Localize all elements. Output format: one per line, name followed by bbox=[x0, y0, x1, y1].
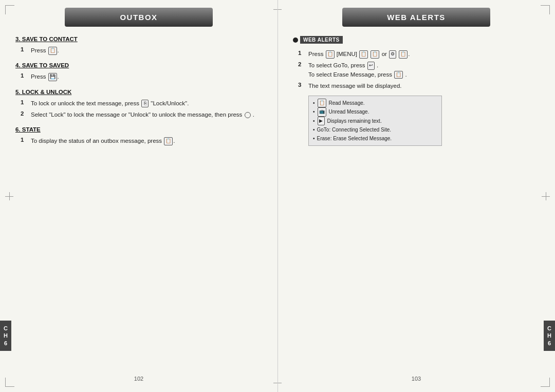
legend-text-4: GoTo: Connecting Selected Site. bbox=[317, 125, 392, 134]
web-alerts-badge: WEB ALERTS bbox=[293, 36, 343, 44]
step-number: 2 bbox=[21, 110, 28, 117]
legend-bullet-2: • bbox=[313, 107, 315, 116]
step-number: 1 bbox=[21, 99, 28, 105]
step-content: To lock or unlock the text message, pres… bbox=[31, 99, 262, 108]
legend-item-3: • ▶ Displays remaining text. bbox=[313, 117, 437, 125]
state-icon: 📋 bbox=[164, 137, 173, 145]
step-content: Press 📋 [MENU] 📋 📋 or ⚙ 📋. bbox=[308, 50, 540, 59]
step-content: Press 💾. bbox=[31, 72, 262, 81]
legend-bullet-5: • bbox=[313, 134, 315, 143]
legend-bullet-1: • bbox=[313, 99, 315, 107]
step-item-state: 1 To display the status of an outbox mes… bbox=[21, 137, 262, 145]
menu-icon-wa1: 📋 bbox=[359, 50, 368, 59]
legend-icon-3: ▶ bbox=[318, 117, 325, 125]
page-number-right: 103 bbox=[412, 376, 421, 382]
web-alerts-label: WEB ALERTS bbox=[300, 36, 343, 44]
erase-icon: 📋 bbox=[394, 71, 403, 79]
step-item: 1 Press 💾. bbox=[21, 72, 262, 81]
step-item-wa-1: 1 Press 📋 [MENU] 📋 📋 or ⚙ 📋. bbox=[298, 50, 540, 59]
step-number: 1 bbox=[21, 46, 28, 52]
sub-step: To select Erase Message, press 📋 . bbox=[308, 71, 407, 78]
step-item-lock-2: 2 Select "Lock" to lock the message or "… bbox=[21, 110, 262, 119]
press-icon-contact: 📋 bbox=[48, 47, 57, 55]
step-item-wa-2: 2 To select GoTo, press ↩ . To select Er… bbox=[298, 61, 540, 79]
legend-text-2: Unread Message. bbox=[329, 107, 369, 116]
page-container: OUTBOX 3. SAVE TO CONTACT 1 Press 📋. 4. … bbox=[0, 0, 555, 392]
right-page-header: WEB ALERTS bbox=[342, 8, 490, 27]
legend-text-5: Erase: Erase Selected Message. bbox=[317, 134, 392, 143]
settings-icon-wa: ⚙ bbox=[389, 50, 396, 59]
left-page-title: OUTBOX bbox=[65, 8, 213, 27]
menu-icon-wa2: 📋 bbox=[371, 50, 379, 59]
goto-icon: ↩ bbox=[367, 62, 375, 70]
legend-icon-1: 📋 bbox=[318, 99, 326, 107]
step-content: Select "Lock" to lock the message or "Un… bbox=[31, 110, 262, 119]
section-lock-unlock: 5. LOCK & UNLOCK bbox=[15, 89, 262, 95]
chapter-tab-left: C H 6 bbox=[0, 321, 11, 351]
step-number: 1 bbox=[21, 72, 28, 79]
right-page: WEB ALERTS WEB ALERTS 1 Press 📋 [MENU] 📋… bbox=[278, 0, 555, 392]
step-content: To select GoTo, press ↩ . To select Eras… bbox=[308, 61, 540, 79]
section-save-to-saved: 4. SAVE TO SAVED bbox=[15, 62, 262, 68]
legend-item-1: • 📋 Read Message. bbox=[313, 99, 437, 107]
left-page-header: OUTBOX bbox=[65, 8, 213, 27]
step-item-lock-1: 1 To lock or unlock the text message, pr… bbox=[21, 99, 262, 108]
press-icon-wa1: 📋 bbox=[326, 50, 335, 59]
step-content: Press 📋. bbox=[31, 46, 262, 55]
page-number-left: 102 bbox=[134, 376, 143, 382]
step-content: To display the status of an outbox messa… bbox=[31, 137, 262, 145]
lock-icon: ⎘ bbox=[141, 100, 149, 108]
state-steps: 1 To display the status of an outbox mes… bbox=[21, 137, 262, 145]
section-state: 6. STATE bbox=[15, 126, 262, 133]
chapter-tab-right: CH6 bbox=[544, 321, 555, 351]
press-icon-wa2: 📋 bbox=[399, 50, 408, 59]
step-item-wa-3: 3 The text message will be displayed. bbox=[298, 82, 540, 90]
press-icon-saved: 💾 bbox=[48, 73, 57, 81]
right-page-title: WEB ALERTS bbox=[342, 8, 490, 27]
web-alerts-steps: 1 Press 📋 [MENU] 📋 📋 or ⚙ 📋. 2 To select… bbox=[298, 50, 540, 90]
step-item: 1 Press 📋. bbox=[21, 46, 262, 55]
step-number: 1 bbox=[298, 50, 305, 56]
legend-text-1: Read Message. bbox=[329, 99, 365, 107]
legend-item-5: • Erase: Erase Selected Message. bbox=[313, 134, 437, 143]
save-to-contact-steps: 1 Press 📋. bbox=[21, 46, 262, 55]
left-page: OUTBOX 3. SAVE TO CONTACT 1 Press 📋. 4. … bbox=[0, 0, 278, 392]
legend-text-3: Displays remaining text. bbox=[327, 117, 382, 125]
step-number: 1 bbox=[21, 137, 28, 143]
legend-item-2: • 📺 Unread Message. bbox=[313, 107, 437, 116]
web-alerts-dot bbox=[293, 38, 298, 43]
legend-bullet-4: • bbox=[313, 125, 315, 134]
section-save-to-contact: 3. SAVE TO CONTACT bbox=[15, 36, 262, 42]
circle-icon bbox=[245, 112, 251, 118]
step-number: 2 bbox=[298, 61, 305, 67]
save-to-saved-steps: 1 Press 💾. bbox=[21, 72, 262, 81]
step-number: 3 bbox=[298, 82, 305, 88]
legend-item-4: • GoTo: Connecting Selected Site. bbox=[313, 125, 437, 134]
legend-box: • 📋 Read Message. • 📺 Unread Message. • … bbox=[308, 96, 442, 146]
legend-bullet-3: • bbox=[313, 117, 315, 125]
step-content: The text message will be displayed. bbox=[308, 82, 540, 90]
lock-unlock-steps: 1 To lock or unlock the text message, pr… bbox=[21, 99, 262, 120]
legend-icon-2: 📺 bbox=[318, 107, 326, 116]
